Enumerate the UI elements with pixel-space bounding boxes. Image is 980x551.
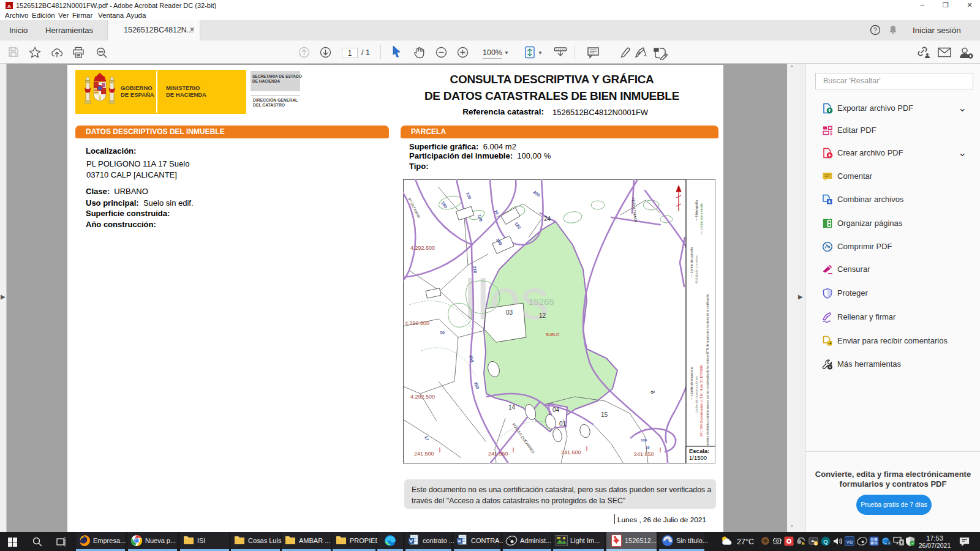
svg-text:24: 24 bbox=[544, 216, 551, 222]
svg-text:— Hidrografía: — Hidrografía bbox=[695, 200, 698, 221]
svg-text:Escala:: Escala: bbox=[689, 448, 709, 454]
svg-text:4.292.600: 4.292.600 bbox=[410, 245, 435, 251]
svg-text:10: 10 bbox=[440, 331, 445, 335]
svg-text:Límite de construcciones: Límite de construcciones bbox=[695, 376, 698, 413]
svg-text:01: 01 bbox=[559, 421, 567, 427]
svg-text:— Límite de parcela: — Límite de parcela bbox=[690, 247, 693, 277]
svg-text:VB: VB bbox=[846, 539, 853, 545]
svg-text:15: 15 bbox=[601, 411, 608, 418]
svg-text:241.500: 241.500 bbox=[414, 451, 434, 457]
svg-text:Q: Q bbox=[823, 538, 827, 545]
svg-text:15265: 15265 bbox=[529, 296, 554, 307]
svg-text:1/1500: 1/1500 bbox=[689, 454, 707, 461]
svg-text:— Límite zona verde: — Límite zona verde bbox=[699, 203, 703, 234]
svg-text:03: 03 bbox=[506, 309, 513, 316]
svg-text:100: 100 bbox=[641, 438, 647, 442]
svg-text:$: $ bbox=[815, 541, 817, 546]
svg-text:241.700 Coordenadas U.T.M. Hus: 241.700 Coordenadas U.T.M. Huso 31 ETRS8… bbox=[699, 365, 703, 437]
svg-text:241.650: 241.650 bbox=[634, 451, 654, 457]
svg-text:4.292.500: 4.292.500 bbox=[410, 394, 435, 400]
svg-text:4.292.600: 4.292.600 bbox=[405, 320, 429, 326]
svg-text:SUELO: SUELO bbox=[546, 332, 559, 337]
svg-text:12: 12 bbox=[539, 312, 546, 319]
svg-text:Este documento electrónico con: Este documento electrónico contiene anex… bbox=[706, 293, 709, 456]
svg-text:!: ! bbox=[803, 541, 804, 545]
svg-text:14: 14 bbox=[508, 404, 516, 411]
svg-text:A: A bbox=[7, 4, 11, 9]
svg-text:Mobiliario y aceras: Mobiliario y aceras bbox=[695, 255, 698, 283]
svg-text:241.550: 241.550 bbox=[488, 451, 508, 457]
svg-text:241.600: 241.600 bbox=[561, 449, 581, 455]
svg-text:?: ? bbox=[873, 27, 877, 34]
svg-text:04: 04 bbox=[552, 407, 560, 413]
svg-text:— Límite de manzana: — Límite de manzana bbox=[690, 366, 693, 400]
svg-text:10: 10 bbox=[646, 446, 650, 449]
